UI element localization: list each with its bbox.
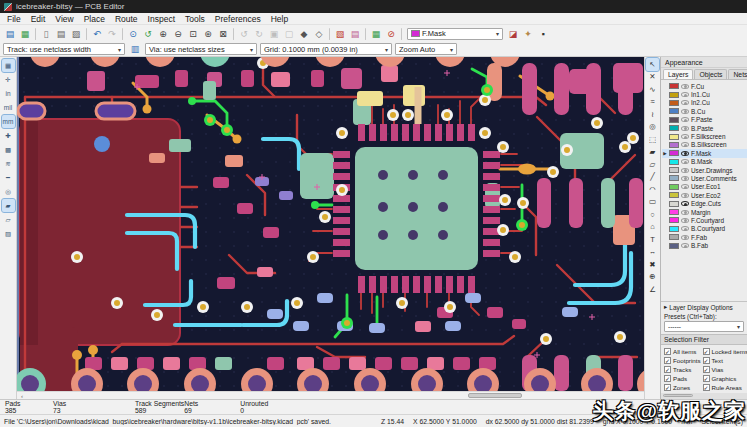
appearance-tab[interactable]: Layers [663, 69, 693, 79]
selection-filter-item[interactable]: ✓ Vias [703, 365, 747, 374]
checkbox[interactable]: ✓ [703, 366, 710, 373]
layer-row[interactable]: ▶ F.Mask [662, 149, 747, 157]
track-outline-mode-icon[interactable]: ━ [2, 171, 15, 184]
origin-tool[interactable]: ⊕ [646, 271, 659, 284]
via-outline-mode-icon[interactable]: ◎ [2, 185, 15, 198]
units-mils-icon[interactable]: mil [2, 101, 15, 114]
grid-toggle-icon[interactable]: ▦ [2, 59, 15, 72]
draw-line-tool[interactable]: ╱ [646, 171, 659, 184]
layer-row[interactable]: B.Silkscreen [662, 141, 747, 149]
layer-display-options[interactable]: ▸ Layer Display Options [661, 301, 747, 312]
via-size-dropdown[interactable]: Via: use netclass sizes ▾ [145, 43, 257, 55]
layer-row[interactable]: F.Fab [662, 233, 747, 241]
menu-item[interactable]: Route [110, 14, 143, 24]
add-via-tool[interactable]: ◎ [646, 121, 659, 134]
layer-row[interactable]: Edge.Cuts [662, 199, 747, 207]
menu-item[interactable]: Help [266, 14, 293, 24]
add-rule-area-tool[interactable]: ▱ [646, 158, 659, 171]
visibility-eye-icon[interactable] [681, 134, 689, 139]
menu-item[interactable]: Place [79, 14, 110, 24]
layer-row[interactable]: B.Cu [662, 107, 747, 115]
layer-row[interactable]: B.Fab [662, 241, 747, 249]
checkbox[interactable]: ✓ [703, 384, 710, 391]
visibility-eye-icon[interactable] [681, 184, 689, 189]
local-ratsnest-tool[interactable]: ✕ [646, 71, 659, 84]
undo-button[interactable]: ↶ [90, 27, 104, 41]
save-button[interactable]: ▤ [3, 27, 17, 41]
zoom-dropdown[interactable]: Zoom Auto ▾ [395, 43, 457, 55]
checkbox[interactable]: ✓ [664, 366, 671, 373]
zoom-selection-button[interactable]: ⊠ [216, 27, 230, 41]
ungroup-button[interactable]: ▢ [282, 27, 296, 41]
zoom-out-button[interactable]: ⊖ [171, 27, 185, 41]
visibility-eye-icon[interactable] [681, 84, 689, 89]
layer-pair-toggle[interactable]: ◪ [506, 27, 520, 41]
unlock-button[interactable]: ◇ [312, 27, 326, 41]
draw-circle-tool[interactable]: ○ [646, 208, 659, 221]
edit-predefined-sizes-icon[interactable]: ▥ [128, 42, 142, 56]
update-pcb-button[interactable]: ▦ [369, 27, 383, 41]
units-mm-icon[interactable]: mm [2, 115, 15, 128]
footprint-editor-button[interactable]: ▧ [333, 27, 347, 41]
presets-dropdown[interactable]: ------ ▾ [664, 321, 744, 332]
zoom-in-button[interactable]: ⊕ [156, 27, 170, 41]
tune-length-tool[interactable]: ≀ [646, 108, 659, 121]
page-settings-button[interactable]: ▯ [39, 27, 53, 41]
layer-row[interactable]: In2.Cu [662, 99, 747, 107]
route-diff-pair-tool[interactable]: ≈ [646, 96, 659, 109]
layer-row[interactable]: B.Mask [662, 158, 747, 166]
layer-row[interactable]: User.Eco2 [662, 191, 747, 199]
pcb-canvas[interactable] [17, 57, 644, 391]
layer-row[interactable]: F.Silkscreen [662, 132, 747, 140]
rotate-cw-button[interactable]: ↻ [252, 27, 266, 41]
selection-filter-item[interactable]: ✓ Zones [664, 383, 701, 392]
polar-coords-icon[interactable]: ✛ [2, 73, 15, 86]
layer-row[interactable]: User.Drawings [662, 166, 747, 174]
visibility-eye-icon[interactable] [681, 109, 689, 114]
visibility-eye-icon[interactable] [681, 201, 689, 206]
refresh-button[interactable]: ↺ [141, 27, 155, 41]
units-inches-icon[interactable]: in [2, 87, 15, 100]
group-button[interactable]: ▣ [267, 27, 281, 41]
selection-filter-item[interactable]: ✓ Locked items [703, 347, 747, 356]
delete-tool[interactable]: ✖ [646, 258, 659, 271]
zoom-objects-button[interactable]: ⊛ [201, 27, 215, 41]
grid-dropdown[interactable]: Grid: 0.1000 mm (0.0039 in) ▾ [260, 43, 392, 55]
checkbox[interactable]: ✓ [664, 357, 671, 364]
redo-button[interactable]: ↷ [105, 27, 119, 41]
visibility-eye-icon[interactable] [681, 243, 689, 248]
selection-filter-item[interactable]: ✓ Footprints [664, 356, 701, 365]
ratsnest-visibility-icon[interactable]: ▩ [2, 143, 15, 156]
menu-item[interactable]: Inspect [143, 14, 180, 24]
layer-row[interactable]: B.Paste [662, 124, 747, 132]
menu-item[interactable]: Edit [26, 14, 51, 24]
selection-filter-item[interactable]: ✓ Graphics [703, 374, 747, 383]
layer-row[interactable]: User.Comments [662, 174, 747, 182]
visibility-eye-icon[interactable] [681, 218, 689, 223]
select-tool[interactable]: ↖ [646, 58, 659, 71]
scripting-console-button[interactable]: ▪ [536, 27, 550, 41]
layer-row[interactable]: B.Courtyard [662, 225, 747, 233]
print-button[interactable]: ▤ [54, 27, 68, 41]
checkbox[interactable]: ✓ [664, 348, 671, 355]
scrollbar-left-arrow[interactable]: ‹ [18, 392, 26, 400]
visibility-eye-icon[interactable] [681, 193, 689, 198]
active-layer-dropdown[interactable]: F.Mask ▾ [407, 28, 503, 40]
draw-polygon-tool[interactable]: ⌂ [646, 221, 659, 234]
find-button[interactable]: ⊙ [126, 27, 140, 41]
draw-arc-tool[interactable]: ◠ [646, 183, 659, 196]
visibility-eye-icon[interactable] [681, 226, 689, 231]
selection-filter-item[interactable]: ✓ Pads [664, 374, 701, 383]
layer-row[interactable]: F.Paste [662, 116, 747, 124]
zoom-fit-button[interactable]: ⊡ [186, 27, 200, 41]
draw-rect-tool[interactable]: ▭ [646, 196, 659, 209]
visibility-eye-icon[interactable] [681, 142, 689, 147]
visibility-eye-icon[interactable] [681, 235, 689, 240]
appearance-tab[interactable]: Nets [728, 69, 747, 79]
selection-filter-item[interactable]: ✓ All items [664, 347, 701, 356]
visibility-eye-icon[interactable] [681, 92, 689, 97]
scrollbar-thumb[interactable] [468, 393, 522, 398]
layer-row[interactable]: F.Cu [662, 82, 747, 90]
selection-filter-item[interactable]: ✓ Text [703, 356, 747, 365]
selection-filter-item[interactable]: ✓ Tracks [664, 365, 701, 374]
